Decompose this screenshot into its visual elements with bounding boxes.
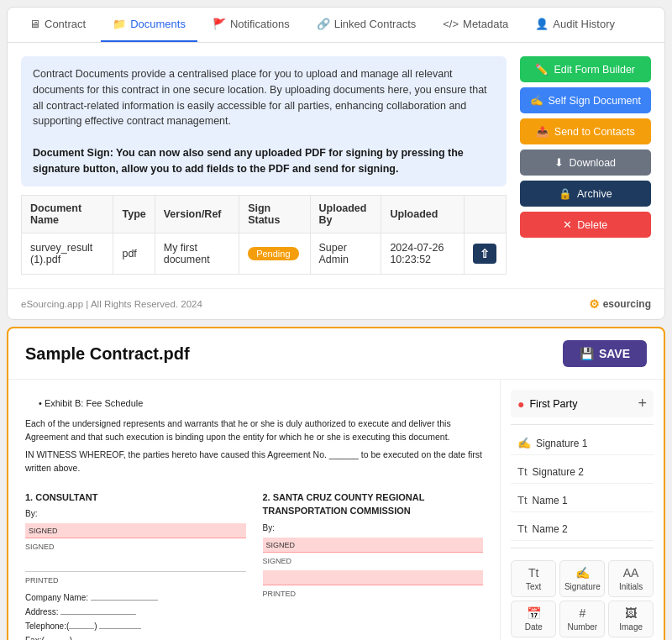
sig-field-printed-2 <box>263 570 484 585</box>
field-image[interactable]: 🖼 Image <box>608 601 654 637</box>
field-date[interactable]: 📅 Date <box>511 601 556 637</box>
top-panel: 🖥 Contract 📁 Documents 🚩 Notifications 🔗… <box>7 7 665 320</box>
consultant-header: 1. CONSULTANT <box>25 490 246 505</box>
notifications-icon: 🚩 <box>213 18 226 30</box>
nav-tabs: 🖥 Contract 📁 Documents 🚩 Notifications 🔗… <box>8 8 664 43</box>
tab-linked-contracts[interactable]: 🔗 Linked Contracts <box>305 8 428 42</box>
footer-brand: ⚙ esourcing <box>589 297 651 311</box>
contract-icon: 🖥 <box>29 18 40 30</box>
save-button[interactable]: 💾 SAVE <box>563 340 647 367</box>
download-button[interactable]: ⬇ Download <box>520 150 651 176</box>
signature-item-2[interactable]: Tt Signature 2 <box>511 460 654 484</box>
date-field-icon: 📅 <box>527 606 541 620</box>
cell-sign-status: Pending <box>239 233 310 275</box>
initials-field-icon: AA <box>623 566 639 580</box>
signature-area: 1. CONSULTANT By: SIGNED SIGNED PRINTED … <box>25 484 483 640</box>
cell-version: My first document <box>155 233 239 275</box>
sig-col-left: 1. CONSULTANT By: SIGNED SIGNED PRINTED … <box>25 484 246 640</box>
field-signature[interactable]: ✍ Signature <box>559 560 605 597</box>
documents-icon: 📁 <box>113 18 126 30</box>
cell-uploaded-date: 2024-07-26 10:23:52 <box>381 233 465 275</box>
field-initials[interactable]: AA Initials <box>608 560 654 597</box>
tab-documents[interactable]: 📁 Documents <box>101 8 197 42</box>
add-party-button[interactable]: + <box>638 395 647 412</box>
name-item-2[interactable]: Tt Name 2 <box>511 517 654 541</box>
sidebar-divider-2 <box>511 548 654 548</box>
pdf-sidebar: ● First Party + ✍ Signature 1 Tt Signatu… <box>500 380 664 640</box>
exhibit-heading: • Exhibit B: Fee Schedule <box>39 396 483 411</box>
metadata-icon: </> <box>443 18 459 30</box>
self-sign-button[interactable]: ✍ Self Sign Document <box>520 87 651 113</box>
field-text[interactable]: Tt Text <box>511 560 556 597</box>
col-uploaded: Uploaded <box>381 196 465 233</box>
send-icon: 📤 <box>536 125 549 138</box>
pdf-editor-panel: Sample Contract.pdf 💾 SAVE • Exhibit B: … <box>7 327 665 640</box>
fields-grid: Tt Text ✍ Signature AA Initials 📅 Date # <box>511 560 654 640</box>
sig-field-printed-1 <box>25 557 246 572</box>
image-field-icon: 🖼 <box>625 606 637 620</box>
col-document-name: Document Name <box>22 196 113 233</box>
info-box: Contract Documents provide a centralised… <box>21 56 507 186</box>
sig-field-signed-2: SIGNED <box>263 538 484 553</box>
footer: eSourcing.app | All Rights Reserved. 202… <box>8 288 664 319</box>
brand-icon: ⚙ <box>589 297 600 311</box>
tab-metadata[interactable]: </> Metadata <box>431 8 520 42</box>
commission-header: 2. SANTA CRUZ COUNTY REGIONAL TRANSPORTA… <box>263 490 484 518</box>
text-field-icon: Tt <box>528 566 538 580</box>
row-expand-button[interactable]: ⇧ <box>473 244 496 264</box>
sig-field-signed-1: SIGNED <box>25 523 246 538</box>
name2-icon: Tt <box>517 522 528 535</box>
col-sign-status: Sign Status <box>239 196 310 233</box>
tab-contract[interactable]: 🖥 Contract <box>18 8 97 42</box>
cell-row-action: ⇧ <box>465 233 506 275</box>
documents-content: Contract Documents provide a centralised… <box>8 43 664 288</box>
pending-badge: Pending <box>248 247 298 260</box>
name-item-1[interactable]: Tt Name 1 <box>511 489 654 512</box>
para-2: IN WITNESS WHEREOF, the parties hereto h… <box>25 449 483 475</box>
signature-item-1[interactable]: ✍ Signature 1 <box>511 432 654 455</box>
signature-field-icon: ✍ <box>575 566 590 580</box>
documents-table: Document Name Type Version/Ref Sign Stat… <box>21 195 507 275</box>
pdf-document: • Exhibit B: Fee Schedule Each of the un… <box>8 380 500 640</box>
name1-icon: Tt <box>517 494 528 506</box>
sig-col-right: 2. SANTA CRUZ COUNTY REGIONAL TRANSPORTA… <box>263 484 484 640</box>
tab-audit-history[interactable]: 👤 Audit History <box>523 8 627 42</box>
sign-icon: ✍ <box>530 94 543 107</box>
send-to-contacts-button[interactable]: 📤 Send to Contacts <box>520 118 651 144</box>
link-icon: 🔗 <box>317 18 330 30</box>
audit-icon: 👤 <box>535 18 549 30</box>
first-party-row[interactable]: ● First Party + <box>511 390 654 417</box>
edit-icon: ✏️ <box>535 63 549 76</box>
sidebar-divider-1 <box>511 424 654 425</box>
col-type: Type <box>113 196 155 233</box>
cell-type: pdf <box>113 233 155 275</box>
para-1: Each of the undersigned represents and w… <box>25 417 483 444</box>
party-label: First Party <box>529 398 638 410</box>
table-row: survey_result (1).pdf pdf My first docum… <box>22 233 507 275</box>
info-section: Contract Documents provide a centralised… <box>21 56 507 275</box>
pdf-title: Sample Contract.pdf <box>25 344 190 364</box>
signature2-icon: Tt <box>517 465 528 478</box>
number-field-icon: # <box>579 606 585 620</box>
col-action <box>465 196 506 233</box>
company-info: Company Name: Address: Telephone:() Fax:… <box>25 591 246 640</box>
pdf-header: Sample Contract.pdf 💾 SAVE <box>8 328 664 380</box>
footer-text: eSourcing.app | All Rights Reserved. 202… <box>21 299 202 309</box>
archive-icon: 🔒 <box>559 187 572 200</box>
download-icon: ⬇ <box>554 156 564 169</box>
archive-button[interactable]: 🔒 Archive <box>520 181 651 207</box>
save-icon: 💾 <box>580 347 594 360</box>
field-number[interactable]: # Number <box>559 601 605 637</box>
cell-uploaded-by: Super Admin <box>310 233 381 275</box>
signature1-icon: ✍ <box>517 437 531 449</box>
col-uploaded-by: Uploaded By <box>310 196 381 233</box>
action-buttons: ✏️ Edit Form Builder ✍ Self Sign Documen… <box>520 56 651 275</box>
delete-button[interactable]: ✕ Delete <box>520 212 651 238</box>
pdf-editor-body: • Exhibit B: Fee Schedule Each of the un… <box>8 380 664 640</box>
col-version: Version/Ref <box>155 196 239 233</box>
delete-icon: ✕ <box>563 218 572 231</box>
party-dot: ● <box>517 397 524 411</box>
tab-notifications[interactable]: 🚩 Notifications <box>201 8 302 42</box>
cell-doc-name: survey_result (1).pdf <box>22 233 113 275</box>
edit-form-builder-button[interactable]: ✏️ Edit Form Builder <box>520 56 651 82</box>
